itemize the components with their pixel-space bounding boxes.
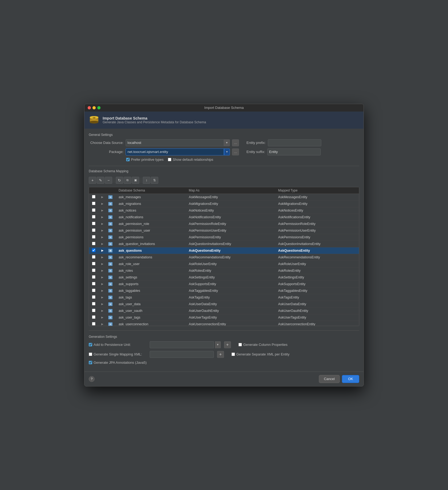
single-mapping-input[interactable]: [150, 351, 214, 358]
copy-full-btn[interactable]: ⧉: [124, 177, 131, 184]
row-check-cell[interactable]: [89, 234, 99, 240]
help-button[interactable]: ?: [89, 376, 95, 382]
table-row[interactable]: ▶ ⊞ ask_tags AskTagsEntity AskTagsEntity: [89, 294, 359, 301]
copy-btn[interactable]: ▣: [132, 177, 139, 184]
row-check-cell[interactable]: [89, 207, 99, 214]
prefer-primitive-checkbox-label[interactable]: Prefer primitive types: [126, 158, 164, 162]
table-row[interactable]: ▶ ⊞ ask_notifications AskNotificationsEn…: [89, 214, 359, 220]
row-expand-cell[interactable]: ▶: [99, 294, 106, 301]
table-row[interactable]: ▶ ⊞ ask_permissions AskPermissionsEntity…: [89, 234, 359, 240]
data-source-dropdown-btn[interactable]: ▼: [224, 139, 230, 146]
table-row[interactable]: ▶ ⊞ ask_settings AskSettingsEntity AskSe…: [89, 274, 359, 281]
persistence-select[interactable]: [150, 341, 214, 348]
close-button[interactable]: [88, 106, 91, 109]
package-input[interactable]: [126, 148, 224, 155]
entity-suffix-input[interactable]: [267, 148, 321, 155]
row-expand-cell[interactable]: ▶: [99, 240, 106, 247]
table-row[interactable]: ▶ ⊞ ask_migrations AskMigrationsEntity A…: [89, 200, 359, 207]
table-row[interactable]: ▶ ⊞ ask_permission_role AskPermissionRol…: [89, 220, 359, 227]
generate-column-checkbox[interactable]: [238, 343, 242, 346]
table-row[interactable]: ▶ ⊞ ask_user_data AskUserDataEntity AskU…: [89, 301, 359, 307]
row-expand-cell[interactable]: ▶: [99, 314, 106, 321]
table-row[interactable]: ▶ ⊞ ask_supports AskSupportsEntity AskSu…: [89, 281, 359, 287]
table-row[interactable]: ▶ ⊞ ask_question_invitations AskQuestion…: [89, 240, 359, 247]
remove-btn[interactable]: −: [105, 177, 112, 184]
row-checkbox[interactable]: [92, 295, 95, 299]
table-row[interactable]: ▶ ⊞ ask_userconnection AskUserconnection…: [89, 321, 359, 326]
add-btn[interactable]: +: [89, 177, 96, 184]
row-check-cell[interactable]: [89, 261, 99, 267]
row-check-cell[interactable]: [89, 274, 99, 281]
prefer-primitive-checkbox[interactable]: [126, 158, 130, 161]
package-ellipsis-btn[interactable]: …: [232, 148, 239, 155]
row-checkbox[interactable]: [92, 235, 95, 239]
row-expand-cell[interactable]: ▶: [99, 274, 106, 281]
row-checkbox[interactable]: [92, 275, 95, 279]
row-check-cell[interactable]: [89, 294, 99, 301]
row-check-cell[interactable]: [89, 214, 99, 220]
generate-single-checkbox[interactable]: [89, 353, 92, 356]
generate-single-label[interactable]: Generate Single Mapping XML:: [89, 352, 148, 356]
row-expand-cell[interactable]: ▶: [99, 301, 106, 307]
schema-table-container[interactable]: Database Schema Map As Mapped Type ▶ ⊞ a…: [89, 187, 359, 326]
table-row[interactable]: ▶ ⊞ ask_notices AskNoticesEntity AskNoti…: [89, 207, 359, 214]
row-checkbox[interactable]: [92, 215, 95, 219]
row-expand-cell[interactable]: ▶: [99, 194, 106, 200]
row-expand-cell[interactable]: ▶: [99, 200, 106, 207]
row-checkbox[interactable]: [92, 315, 95, 319]
generate-separate-checkbox[interactable]: [231, 353, 235, 356]
row-expand-cell[interactable]: ▶: [99, 220, 106, 227]
sort-filter-btn[interactable]: ⇅: [151, 177, 158, 184]
maximize-button[interactable]: [97, 106, 101, 109]
row-checkbox[interactable]: [92, 269, 95, 272]
row-expand-cell[interactable]: ▶: [99, 267, 106, 274]
row-check-cell[interactable]: [89, 227, 99, 234]
generate-column-label[interactable]: Generate Column Properties: [238, 343, 287, 347]
row-expand-cell[interactable]: ▶: [99, 281, 106, 287]
row-check-cell[interactable]: [89, 321, 99, 326]
row-expand-cell[interactable]: ▶: [99, 321, 106, 326]
row-checkbox[interactable]: [92, 195, 95, 198]
generate-jpa-label[interactable]: Generate JPA Annotations (Java5): [89, 361, 148, 365]
row-expand-cell[interactable]: ▶: [99, 287, 106, 294]
table-row[interactable]: ▶ ⊞ ask_permission_user AskPermissionUse…: [89, 227, 359, 234]
generate-jpa-checkbox[interactable]: [89, 361, 92, 364]
row-expand-cell[interactable]: ▶: [99, 254, 106, 261]
table-row[interactable]: ▶ ⊞ ask_roles AskRolesEntity AskRolesEnt…: [89, 267, 359, 274]
row-check-cell[interactable]: [89, 240, 99, 247]
row-checkbox[interactable]: [92, 228, 95, 232]
minimize-button[interactable]: [92, 106, 96, 109]
entity-prefix-input[interactable]: [268, 139, 321, 146]
table-row[interactable]: ▶ ⊞ ask_user_tags AskUserTagsEntity AskU…: [89, 314, 359, 321]
row-checkbox[interactable]: [92, 262, 95, 265]
row-checkbox[interactable]: [92, 242, 95, 245]
row-checkbox[interactable]: [92, 208, 95, 212]
row-expand-cell[interactable]: ▶: [99, 207, 106, 214]
edit-btn[interactable]: ✎: [97, 177, 104, 184]
sort-az-btn[interactable]: ↕: [143, 177, 150, 184]
row-expand-cell[interactable]: ▶: [99, 247, 106, 254]
row-check-cell[interactable]: [89, 281, 99, 287]
row-check-cell[interactable]: [89, 267, 99, 274]
row-expand-cell[interactable]: ▶: [99, 214, 106, 220]
generate-separate-label[interactable]: Generate Separate XML per Entity: [231, 352, 289, 356]
ok-button[interactable]: OK: [342, 375, 359, 383]
row-checkbox[interactable]: [92, 322, 95, 326]
data-source-select[interactable]: [126, 139, 224, 146]
row-check-cell[interactable]: [89, 307, 99, 314]
row-check-cell[interactable]: [89, 287, 99, 294]
row-expand-cell[interactable]: ▶: [99, 227, 106, 234]
row-check-cell[interactable]: [89, 314, 99, 321]
persistence-dropdown-btn[interactable]: ▼: [215, 341, 221, 348]
persistence-add-btn[interactable]: +: [224, 341, 231, 348]
row-expand-cell[interactable]: ▶: [99, 307, 106, 314]
single-mapping-add-btn[interactable]: +: [217, 351, 224, 358]
row-checkbox[interactable]: [92, 248, 95, 252]
refresh-btn[interactable]: ↻: [116, 177, 123, 184]
row-checkbox[interactable]: [92, 202, 95, 205]
add-persistence-checkbox[interactable]: [89, 343, 92, 346]
table-row[interactable]: ▶ ⊞ ask_questions AskQuestionsEntity Ask…: [89, 247, 359, 254]
table-row[interactable]: ▶ ⊞ ask_messages AskMessagesEntity AskMe…: [89, 194, 359, 200]
show-default-checkbox[interactable]: [168, 158, 171, 161]
table-row[interactable]: ▶ ⊞ ask_role_user AskRoleUserEntity AskR…: [89, 261, 359, 267]
